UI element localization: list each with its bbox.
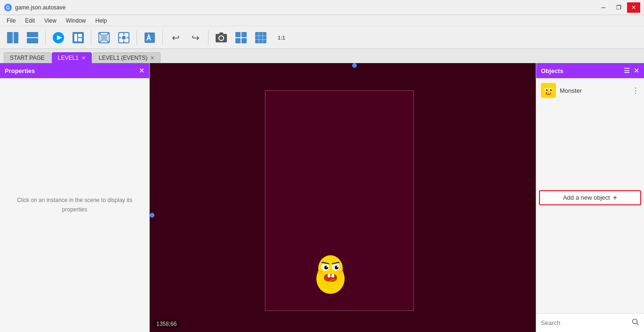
separator-4 — [162, 31, 163, 45]
separator-2 — [91, 31, 91, 45]
zoom-center-button[interactable] — [115, 29, 133, 47]
record-icon — [72, 31, 85, 44]
close-button[interactable]: ✕ — [627, 2, 640, 13]
svg-point-51 — [317, 270, 323, 274]
object-item-monster[interactable]: Monster ⋮ — [536, 80, 644, 101]
separator-3 — [137, 31, 137, 45]
tab-start-page[interactable]: START PAGE — [4, 52, 51, 63]
scene-area[interactable]: 1358;66 — [150, 63, 536, 332]
object-menu-button[interactable]: ⋮ — [632, 86, 639, 95]
add-object-button[interactable]: Add a new object + — [539, 190, 641, 205]
svg-point-19 — [122, 36, 126, 40]
zoom-fit-button[interactable] — [95, 29, 113, 47]
svg-point-57 — [550, 89, 552, 91]
svg-rect-8 — [72, 32, 84, 43]
menubar: File Edit View Window Help — [0, 15, 644, 26]
viewport-handle-top[interactable] — [352, 63, 357, 68]
svg-rect-30 — [242, 32, 247, 37]
layout2-button[interactable] — [24, 29, 41, 47]
viewport-handle-left[interactable] — [150, 213, 154, 218]
objects-search-input[interactable] — [541, 319, 629, 326]
svg-text:G: G — [6, 5, 10, 10]
restore-button[interactable]: ❐ — [612, 2, 625, 13]
properties-placeholder: Click on an instance in the scene to dis… — [9, 196, 140, 214]
svg-rect-32 — [242, 38, 247, 43]
record-button[interactable] — [69, 29, 87, 47]
separator-5 — [208, 31, 209, 45]
svg-line-62 — [637, 324, 639, 325]
svg-rect-10 — [78, 34, 82, 37]
play-button[interactable] — [49, 29, 67, 47]
svg-point-45 — [337, 266, 338, 267]
svg-rect-33 — [255, 32, 266, 43]
menu-file[interactable]: File — [2, 16, 20, 25]
svg-rect-9 — [74, 34, 77, 41]
tab-level1-label: LEVEL1 — [58, 55, 79, 61]
svg-rect-31 — [235, 38, 241, 43]
titlebar-title: game.json.autosave — [15, 4, 65, 11]
svg-point-44 — [327, 266, 328, 267]
tabs-bar: START PAGE LEVEL1 ✕ LEVEL1 (EVENTS) ✕ — [0, 49, 644, 63]
monster-svg — [312, 251, 349, 294]
objects-filter-icon[interactable]: ☰ — [624, 67, 630, 74]
objects-list: Monster ⋮ — [536, 78, 644, 187]
add-plus-icon: + — [613, 194, 617, 202]
svg-rect-59 — [547, 92, 548, 94]
tab-level1[interactable]: LEVEL1 ✕ — [52, 52, 92, 63]
app-logo-icon: G — [4, 3, 12, 12]
titlebar-controls: ─ ❐ ✕ — [597, 2, 640, 13]
properties-close-button[interactable]: ✕ — [139, 67, 145, 74]
grid-view-button[interactable] — [232, 29, 250, 47]
svg-rect-28 — [219, 32, 223, 34]
svg-rect-26 — [216, 34, 227, 42]
scene-coordinates: 1358;66 — [153, 320, 179, 328]
add-object-label: Add a new object — [563, 194, 610, 201]
layout2-icon — [26, 31, 39, 44]
tab-level1-events-close[interactable]: ✕ — [150, 55, 154, 61]
properties-header: Properties ✕ — [0, 63, 149, 78]
main-layout: Properties ✕ Click on an instance in the… — [0, 63, 644, 332]
edit-icon — [143, 31, 156, 44]
tab-level1-events-label: LEVEL1 (EVENTS) — [99, 55, 147, 61]
menu-window[interactable]: Window — [61, 16, 91, 25]
monster-character[interactable] — [312, 251, 349, 294]
menu-edit[interactable]: Edit — [20, 16, 40, 25]
undo-button[interactable]: ↩ — [167, 29, 185, 47]
tab-start-page-label: START PAGE — [10, 55, 45, 61]
properties-title: Properties — [5, 67, 35, 74]
redo-button[interactable]: ↪ — [186, 29, 204, 47]
objects-panel: Objects ☰ ✕ — [536, 63, 644, 332]
titlebar: G game.json.autosave ─ ❐ ✕ — [0, 0, 644, 15]
svg-rect-50 — [331, 274, 334, 277]
tab-level1-events[interactable]: LEVEL1 (EVENTS) ✕ — [93, 52, 161, 63]
svg-rect-4 — [27, 32, 38, 37]
svg-rect-2 — [7, 32, 13, 43]
objects-close-button[interactable]: ✕ — [634, 67, 639, 74]
objects-title: Objects — [541, 67, 564, 74]
titlebar-left: G game.json.autosave — [4, 3, 65, 12]
screenshot-icon — [215, 31, 228, 44]
grid-toggle-button[interactable] — [252, 29, 270, 47]
zoom-center-icon — [117, 31, 130, 44]
search-icon[interactable] — [632, 318, 639, 327]
zoom-1to1-button[interactable]: 1:1 — [272, 29, 291, 47]
screenshot-button[interactable] — [212, 29, 230, 47]
svg-rect-13 — [101, 34, 107, 41]
svg-point-52 — [338, 270, 344, 274]
zoom-fit-icon — [97, 31, 111, 44]
layout1-button[interactable] — [4, 29, 22, 47]
object-icon-monster — [541, 83, 556, 98]
objects-search-bar — [536, 313, 644, 332]
grid-toggle-icon — [254, 31, 267, 44]
edit-button[interactable] — [141, 29, 159, 47]
objects-spacer — [536, 208, 644, 314]
menu-view[interactable]: View — [40, 16, 61, 25]
object-name-monster: Monster — [560, 87, 628, 94]
svg-rect-49 — [328, 274, 330, 277]
menu-help[interactable]: Help — [91, 16, 112, 25]
minimize-button[interactable]: ─ — [597, 2, 610, 13]
svg-point-56 — [546, 89, 548, 91]
monster-thumbnail — [542, 84, 555, 97]
svg-rect-11 — [78, 38, 82, 41]
tab-level1-close[interactable]: ✕ — [81, 55, 86, 61]
